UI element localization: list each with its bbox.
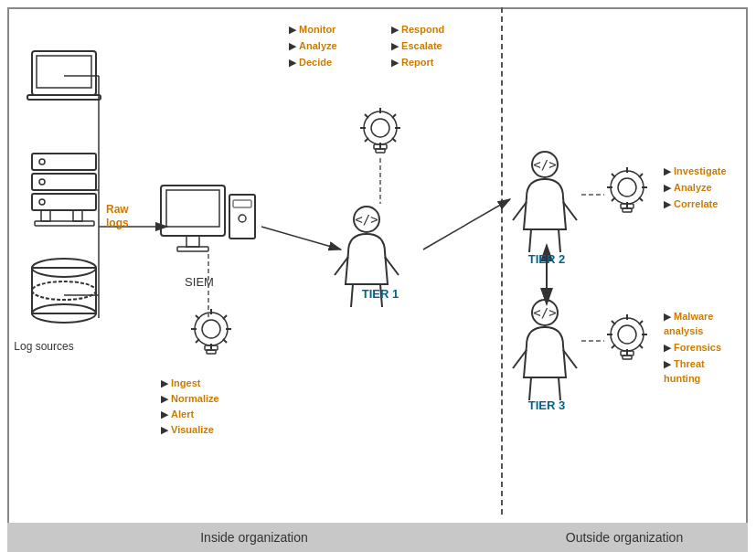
- main-container: [7, 7, 748, 537]
- outside-org-label: Outside organization: [501, 523, 748, 552]
- outside-label-text: Outside organization: [566, 530, 683, 545]
- section-divider: [501, 7, 503, 515]
- inside-label-text: Inside organization: [200, 530, 308, 545]
- inside-org-label: Inside organization: [7, 523, 501, 552]
